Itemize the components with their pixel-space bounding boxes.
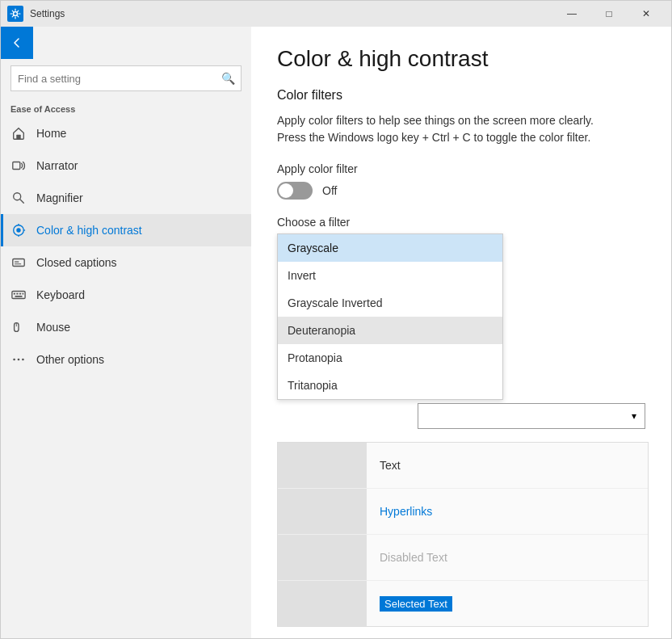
close-button[interactable]: ✕ — [628, 1, 665, 27]
titlebar-left: Settings — [7, 6, 65, 22]
disabled-label: Disabled Text — [380, 551, 447, 564]
svg-line-4 — [20, 200, 24, 204]
sidebar-item-keyboard[interactable]: Keyboard — [1, 279, 251, 311]
sidebar-item-other-label: Other options — [36, 353, 104, 366]
svg-rect-18 — [15, 296, 23, 297]
svg-rect-1 — [16, 135, 20, 139]
sidebar-item-keyboard-label: Keyboard — [36, 288, 85, 301]
filter-option-protanopia[interactable]: Protanopia — [278, 344, 502, 372]
settings-icon-svg — [10, 8, 21, 19]
sidebar-item-home-label: Home — [36, 127, 66, 140]
filter-option-grayscale[interactable]: Grayscale — [278, 234, 502, 262]
svg-point-0 — [14, 12, 18, 16]
titlebar: Settings — □ ✕ — [1, 1, 671, 27]
other-icon — [10, 351, 27, 368]
search-input[interactable] — [10, 65, 242, 91]
sidebar-section-label: Ease of Access — [1, 98, 251, 117]
svg-rect-13 — [12, 292, 25, 299]
section-title: Color filters — [277, 88, 645, 103]
preview-row-disabled: Disabled Text — [278, 535, 648, 581]
sidebar-item-home[interactable]: Home — [1, 117, 251, 149]
svg-rect-2 — [13, 162, 20, 170]
swatch-half-right — [322, 581, 367, 626]
toggle-status: Off — [322, 184, 337, 197]
svg-rect-15 — [16, 293, 18, 295]
content-area: 🔍 Ease of Access Home — [1, 27, 671, 638]
hyperlinks-color-swatch — [278, 489, 367, 534]
svg-point-22 — [22, 359, 24, 361]
narrator-icon — [10, 158, 27, 174]
svg-point-20 — [13, 359, 15, 361]
sidebar-item-mouse-label: Mouse — [36, 321, 70, 334]
filter-dropdown-collapsed[interactable]: ▾ — [418, 403, 645, 429]
sidebar: 🔍 Ease of Access Home — [1, 27, 251, 638]
preview-row-text: Text — [278, 443, 648, 489]
sidebar-item-captions[interactable]: Closed captions — [1, 246, 251, 279]
disabled-preview: Disabled Text — [367, 541, 460, 574]
preview-row-hyperlinks: Hyperlinks — [278, 489, 648, 535]
settings-window: Settings — □ ✕ 🔍 Ease of Access — [0, 0, 672, 639]
back-button[interactable] — [1, 27, 33, 59]
home-icon — [10, 125, 27, 141]
search-box: 🔍 — [10, 65, 242, 91]
svg-rect-16 — [19, 293, 21, 295]
sidebar-item-color[interactable]: Color & high contrast — [1, 214, 251, 246]
swatch-half-left — [278, 581, 322, 626]
captions-icon — [10, 254, 27, 271]
description: Apply color filters to help see things o… — [277, 112, 640, 146]
selected-text-badge: Selected Text — [380, 596, 452, 612]
hyperlinks-label: Hyperlinks — [380, 505, 432, 518]
magnifier-icon — [10, 190, 27, 206]
text-label: Text — [380, 459, 401, 472]
filter-option-deuteranopia[interactable]: Deuteranopia — [278, 317, 502, 344]
main-content: Color & high contrast Color filters Appl… — [251, 27, 671, 638]
svg-rect-17 — [23, 293, 24, 295]
apply-filter-toggle[interactable] — [277, 182, 313, 200]
disabled-color-swatch — [278, 535, 367, 580]
text-preview: Text — [367, 449, 414, 481]
svg-point-6 — [16, 228, 20, 232]
window-title: Settings — [30, 8, 65, 19]
filter-option-grayscale-inverted[interactable]: Grayscale Inverted — [278, 289, 502, 317]
mouse-icon — [10, 319, 27, 335]
preview-area: Text Hyperlinks Disabled Text — [277, 442, 649, 627]
toggle-row: Off — [277, 182, 645, 200]
selected-preview: Selected Text — [367, 587, 465, 620]
color-icon — [10, 222, 27, 238]
hyperlinks-preview: Hyperlinks — [367, 495, 445, 528]
sidebar-item-other[interactable]: Other options — [1, 343, 251, 376]
titlebar-controls: — □ ✕ — [553, 1, 665, 27]
sidebar-item-captions-label: Closed captions — [36, 256, 117, 269]
selected-color-swatch — [278, 581, 367, 626]
keyboard-icon — [10, 287, 27, 303]
chevron-down-icon: ▾ — [632, 410, 636, 422]
page-title: Color & high contrast — [277, 46, 645, 72]
svg-point-21 — [18, 359, 20, 361]
sidebar-item-magnifier[interactable]: Magnifier — [1, 182, 251, 214]
filter-option-invert[interactable]: Invert — [278, 262, 502, 289]
sidebar-item-color-label: Color & high contrast — [36, 224, 142, 237]
choose-filter-label: Choose a filter — [277, 216, 645, 229]
text-color-swatch — [278, 443, 367, 488]
preview-row-selected: Selected Text — [278, 581, 648, 626]
svg-rect-14 — [14, 293, 15, 295]
search-icon: 🔍 — [221, 72, 235, 85]
back-icon — [10, 36, 23, 49]
sidebar-item-mouse[interactable]: Mouse — [1, 311, 251, 343]
minimize-button[interactable]: — — [553, 1, 590, 27]
filter-option-tritanopia[interactable]: Tritanopia — [278, 372, 502, 399]
sidebar-item-narrator[interactable]: Narrator — [1, 149, 251, 182]
sidebar-item-narrator-label: Narrator — [36, 159, 78, 172]
sidebar-item-magnifier-label: Magnifier — [36, 191, 83, 204]
app-icon — [7, 6, 23, 22]
maximize-button[interactable]: □ — [590, 1, 628, 27]
filter-dropdown: Grayscale Invert Grayscale Inverted Deut… — [277, 233, 503, 400]
apply-filter-label: Apply color filter — [277, 162, 645, 175]
svg-rect-10 — [13, 259, 24, 267]
